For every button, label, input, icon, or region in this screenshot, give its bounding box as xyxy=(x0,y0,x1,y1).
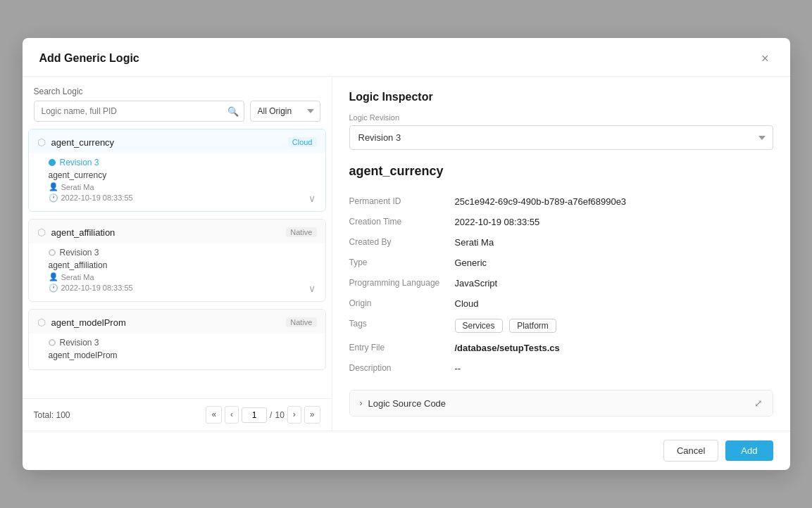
agent-card: ⬡ agent_modelProm Native Revision 3 agen… xyxy=(28,309,326,370)
agent-meta-author: 👤 Serati Ma xyxy=(49,272,317,281)
field-label: Programming Language xyxy=(349,273,455,293)
next-page-button[interactable]: › xyxy=(287,406,301,424)
field-label: Type xyxy=(349,253,455,273)
info-table: Permanent ID 25c1e942-69c9-490b-b789-a76… xyxy=(349,191,773,379)
search-input-wrap: 🔍 xyxy=(34,101,244,122)
page-input[interactable] xyxy=(242,407,267,423)
agent-icon: ⬡ xyxy=(37,317,46,328)
add-button[interactable]: Add xyxy=(725,440,773,461)
table-row: Origin Cloud xyxy=(349,293,773,314)
last-page-button[interactable]: » xyxy=(304,406,320,424)
agent-body: Revision 3 agent_affiliation 👤 Serati Ma… xyxy=(29,243,325,301)
tag-services: Services xyxy=(455,319,503,333)
expand-button[interactable]: ∨ xyxy=(307,193,317,204)
total-label: Total: 100 xyxy=(34,410,70,420)
revision-row[interactable]: Revision 3 xyxy=(49,338,317,348)
field-label: Permanent ID xyxy=(349,191,455,212)
agent-meta-author: 👤 Serati Ma xyxy=(49,182,317,191)
agent-badge: Native xyxy=(286,227,316,237)
first-page-button[interactable]: « xyxy=(206,406,222,424)
page-total: / xyxy=(270,410,272,420)
source-code-title-row: › Logic Source Code xyxy=(360,398,446,409)
cancel-button[interactable]: Cancel xyxy=(663,440,718,462)
left-panel: Search Logic 🔍 All Origin Cloud Native xyxy=(23,77,332,431)
modal-footer: Cancel Add xyxy=(23,431,790,470)
agents-list: ⬡ agent_currency Cloud Revision 3 agent_… xyxy=(23,129,332,398)
table-row: Programming Language JavaScript xyxy=(349,273,773,293)
prev-page-button[interactable]: ‹ xyxy=(225,406,239,424)
tag-platform: Platform xyxy=(509,319,556,333)
search-label: Search Logic xyxy=(34,87,320,96)
source-code-label: Logic Source Code xyxy=(368,398,446,409)
revision-dot xyxy=(49,339,56,346)
table-row: Type Generic xyxy=(349,253,773,273)
search-row: 🔍 All Origin Cloud Native xyxy=(34,101,320,122)
agent-detail-name: agent_affiliation xyxy=(49,260,317,270)
revision-label: Revision 3 xyxy=(60,338,99,348)
field-value: JavaScript xyxy=(455,273,773,293)
field-value: Serati Ma xyxy=(455,232,773,253)
table-row: Permanent ID 25c1e942-69c9-490b-b789-a76… xyxy=(349,191,773,212)
agent-author: Serati Ma xyxy=(61,273,94,281)
field-value: -- xyxy=(455,358,773,379)
origin-select[interactable]: All Origin Cloud Native xyxy=(250,101,320,122)
revision-select[interactable]: Revision 3 Revision 2 Revision 1 xyxy=(349,125,773,150)
source-code-section: › Logic Source Code ⤢ xyxy=(349,390,773,417)
revision-select-wrap: Revision 3 Revision 2 Revision 1 xyxy=(349,125,773,150)
agent-icon: ⬡ xyxy=(37,136,46,148)
modal-header: Add Generic Logic × xyxy=(23,38,790,77)
agent-card-header: ⬡ agent_affiliation Native xyxy=(29,220,325,243)
search-section: Search Logic 🔍 All Origin Cloud Native xyxy=(23,77,332,129)
modal: Add Generic Logic × Search Logic 🔍 All O… xyxy=(23,38,790,470)
revision-row[interactable]: Revision 3 xyxy=(49,158,317,167)
page-controls: « ‹ / 10 › » xyxy=(206,406,320,424)
agent-meta-time: 🕐 2022-10-19 08:33:55 xyxy=(49,284,133,293)
revision-row[interactable]: Revision 3 xyxy=(49,248,317,258)
agent-badge: Cloud xyxy=(288,137,317,147)
revision-dot-active xyxy=(49,159,56,166)
pagination: Total: 100 « ‹ / 10 › » xyxy=(23,398,332,431)
table-row: Creation Time 2022-10-19 08:33:55 xyxy=(349,212,773,232)
agent-card-header: ⬡ agent_currency Cloud xyxy=(29,129,325,153)
search-input[interactable] xyxy=(34,101,244,122)
field-label: Tags xyxy=(349,314,455,338)
agent-badge: Native xyxy=(286,317,316,327)
agent-name: agent_currency xyxy=(51,137,115,148)
logic-entity-name: agent_currency xyxy=(349,164,773,179)
agent-card-header: ⬡ agent_modelProm Native xyxy=(29,310,325,334)
user-icon: 👤 xyxy=(49,272,58,281)
user-icon: 👤 xyxy=(49,182,58,191)
agent-timestamp: 2022-10-19 08:33:55 xyxy=(61,284,133,292)
clock-icon: 🕐 xyxy=(49,193,58,203)
source-code-header[interactable]: › Logic Source Code ⤢ xyxy=(350,390,773,416)
revision-dot xyxy=(49,249,56,256)
fullscreen-icon[interactable]: ⤢ xyxy=(754,398,763,409)
field-value: 25c1e942-69c9-490b-b789-a76ef68990e3 xyxy=(455,191,773,212)
clock-icon: 🕐 xyxy=(49,284,58,293)
right-panel: Logic Inspector Logic Revision Revision … xyxy=(332,77,790,431)
agent-timestamp: 2022-10-19 08:33:55 xyxy=(61,193,133,202)
modal-title: Add Generic Logic xyxy=(39,52,139,65)
agent-name: agent_affiliation xyxy=(51,227,115,238)
agent-author: Serati Ma xyxy=(61,183,94,191)
table-row: Description -- xyxy=(349,358,773,379)
expand-button[interactable]: ∨ xyxy=(307,283,317,294)
field-label: Creation Time xyxy=(349,212,455,232)
field-label: Origin xyxy=(349,293,455,314)
agent-card: ⬡ agent_currency Cloud Revision 3 agent_… xyxy=(28,129,326,212)
agent-detail-name: agent_currency xyxy=(49,170,317,180)
agent-name: agent_modelProm xyxy=(51,317,126,328)
search-icon: 🔍 xyxy=(227,106,239,117)
tags-cell: Services Platform xyxy=(455,314,773,338)
modal-overlay: Add Generic Logic × Search Logic 🔍 All O… xyxy=(0,0,812,508)
inspector-title: Logic Inspector xyxy=(349,91,773,103)
agent-name-row: ⬡ agent_currency xyxy=(37,136,115,148)
field-value: Generic xyxy=(455,253,773,273)
table-row: Tags Services Platform xyxy=(349,314,773,338)
modal-body: Search Logic 🔍 All Origin Cloud Native xyxy=(23,77,790,431)
field-label: Description xyxy=(349,358,455,379)
agent-name-row: ⬡ agent_modelProm xyxy=(37,317,126,328)
chevron-right-icon: › xyxy=(360,398,363,408)
field-value: 2022-10-19 08:33:55 xyxy=(455,212,773,232)
close-button[interactable]: × xyxy=(757,51,773,66)
